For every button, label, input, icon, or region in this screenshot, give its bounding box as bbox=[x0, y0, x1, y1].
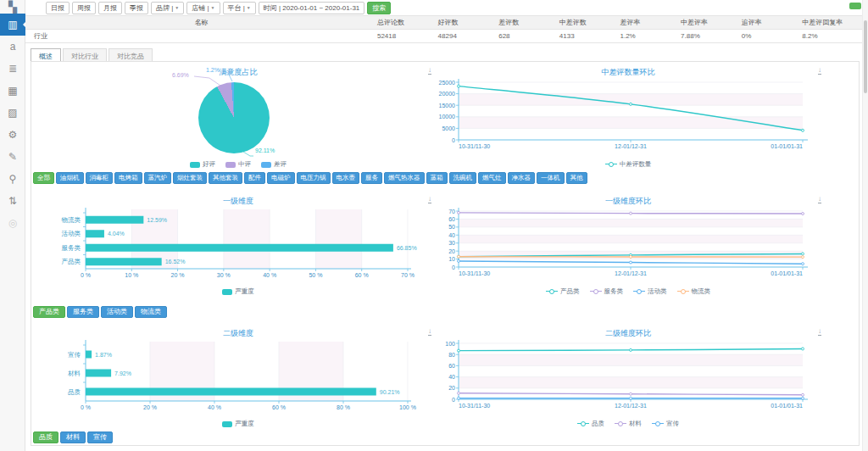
chart-legend: 品质材料宣传 bbox=[425, 420, 832, 428]
dashboard-chart-icon[interactable]: ▥ bbox=[0, 14, 25, 36]
filter-button[interactable]: 活动类 bbox=[101, 306, 133, 318]
metric-value-cell: 8.2% bbox=[802, 32, 863, 40]
filter-button[interactable]: 油烟机 bbox=[56, 172, 84, 184]
dropdown-button[interactable]: 平台 |▼ bbox=[223, 2, 256, 14]
filter-button[interactable]: 消毒柜 bbox=[86, 172, 114, 184]
svg-text:60: 60 bbox=[448, 216, 455, 222]
scrollbar-thumb[interactable] bbox=[864, 20, 867, 93]
filter-button[interactable]: 其他 bbox=[566, 172, 587, 184]
legend-item[interactable]: 品质 bbox=[577, 420, 604, 428]
filter-button[interactable]: 燃气热水器 bbox=[384, 172, 425, 184]
download-icon[interactable]: ↓ bbox=[818, 328, 821, 336]
legend-line-marker bbox=[677, 288, 689, 295]
sort-icon[interactable]: ⇅ bbox=[0, 190, 25, 212]
legend-line-marker bbox=[615, 420, 626, 427]
filter-button[interactable]: 品质 bbox=[33, 432, 58, 443]
gears-icon[interactable]: ⚙ bbox=[0, 124, 25, 146]
legend-label: 物流类 bbox=[692, 287, 711, 296]
svg-text:50: 50 bbox=[448, 224, 455, 230]
pie-graphic[interactable] bbox=[198, 82, 270, 153]
svg-text:品质: 品质 bbox=[68, 388, 81, 396]
legend-swatch bbox=[225, 162, 236, 168]
legend-line-marker bbox=[652, 420, 664, 427]
download-icon[interactable]: ↓ bbox=[818, 196, 821, 203]
pen-icon[interactable]: ✎ bbox=[0, 146, 25, 168]
svg-text:4.04%: 4.04% bbox=[108, 231, 125, 237]
legend-item[interactable]: 好评 bbox=[190, 160, 215, 169]
pie-slice-label: 1.2% bbox=[206, 67, 220, 73]
list-icon[interactable]: ≣ bbox=[0, 58, 25, 80]
period-button[interactable]: 日报 bbox=[46, 2, 70, 14]
legend-item[interactable]: 物流类 bbox=[677, 287, 711, 296]
period-button[interactable]: 月报 bbox=[98, 2, 122, 14]
svg-text:12-01/12-31: 12-01/12-31 bbox=[615, 143, 647, 149]
legend-item[interactable]: 活动类 bbox=[633, 287, 667, 296]
filter-button[interactable]: 物流类 bbox=[135, 306, 167, 318]
filter-button[interactable]: 蒸箱 bbox=[426, 172, 448, 184]
filter-button[interactable]: 蒸汽炉 bbox=[144, 172, 172, 184]
legend-item[interactable]: 严重度 bbox=[222, 287, 254, 296]
filter-button[interactable]: 电压力锅 bbox=[297, 172, 331, 184]
legend-item[interactable]: 中差评数量 bbox=[605, 160, 652, 169]
filter-button[interactable]: 燃气灶 bbox=[478, 172, 506, 184]
filter-button[interactable]: 电烤箱 bbox=[114, 172, 142, 184]
legend-swatch bbox=[222, 421, 232, 427]
filter-button[interactable]: 其他套装 bbox=[209, 172, 242, 184]
legend-label: 中差评数量 bbox=[620, 160, 652, 169]
metric-value-cell: 628 bbox=[498, 32, 559, 40]
filter-button[interactable]: 烟灶套装 bbox=[173, 172, 207, 184]
location-pin-icon[interactable]: ⚲ bbox=[0, 168, 25, 190]
filter-button[interactable]: 洗碗机 bbox=[449, 172, 477, 184]
filter-button[interactable]: 全部 bbox=[33, 172, 54, 184]
svg-text:20000: 20000 bbox=[439, 91, 456, 97]
name-column-header: 名称 bbox=[25, 18, 377, 27]
legend-item[interactable]: 产品类 bbox=[546, 287, 580, 296]
period-button[interactable]: 周报 bbox=[72, 2, 96, 14]
svg-text:1.87%: 1.87% bbox=[95, 352, 112, 358]
metric-column-header: 差评率 bbox=[620, 18, 681, 27]
legend-label: 产品类 bbox=[560, 287, 580, 296]
app-window: ▚▥a≣▦▨⚙✎⚲⇅◎ 日报周报月报季报品牌 |▼店铺 |▼平台 |▼时间 | … bbox=[0, 0, 868, 451]
legend-item[interactable]: 中评 bbox=[225, 160, 251, 169]
filter-button[interactable]: 配件 bbox=[244, 172, 265, 184]
svg-text:12-01/12-31: 12-01/12-31 bbox=[615, 270, 647, 276]
signature-a-icon[interactable]: a bbox=[0, 36, 25, 58]
filter-button[interactable]: 宣传 bbox=[87, 432, 113, 443]
svg-text:60: 60 bbox=[448, 363, 455, 369]
dropdown-button[interactable]: 品牌 |▼ bbox=[151, 2, 184, 14]
filter-button[interactable]: 一体机 bbox=[537, 172, 565, 184]
chevron-down-icon: ▼ bbox=[211, 4, 215, 12]
download-icon[interactable]: ↓ bbox=[818, 67, 821, 75]
metric-value-cell: 4133 bbox=[559, 32, 620, 40]
search-button[interactable]: 搜索 bbox=[367, 2, 391, 14]
legend-item[interactable]: 材料 bbox=[615, 420, 642, 428]
filter-button[interactable]: 材料 bbox=[60, 432, 86, 443]
chart-legend: 中差评数量 bbox=[425, 160, 832, 169]
filter-button[interactable]: 产品类 bbox=[33, 306, 65, 318]
filter-button[interactable]: 电水壶 bbox=[332, 172, 360, 184]
legend-label: 严重度 bbox=[235, 287, 254, 296]
period-button[interactable]: 季报 bbox=[125, 2, 148, 14]
image-icon[interactable]: ▨ bbox=[0, 102, 25, 124]
legend-item[interactable]: 差评 bbox=[261, 160, 287, 169]
chart-legend: 好评中评差评 bbox=[35, 160, 442, 169]
dropdown-button[interactable]: 店铺 |▼ bbox=[186, 2, 220, 14]
filter-button[interactable]: 服务类 bbox=[67, 306, 99, 318]
filter-button[interactable]: 电磁炉 bbox=[267, 172, 295, 184]
legend-item[interactable]: 宣传 bbox=[652, 420, 679, 428]
circle-icon[interactable]: ◎ bbox=[0, 212, 25, 234]
filter-button[interactable]: 服务 bbox=[361, 172, 382, 184]
top-right-button[interactable] bbox=[849, 3, 861, 9]
time-range-button[interactable]: 时间 | 2020-01-01 ~ 2020-01-31 bbox=[259, 2, 364, 14]
line-plot: 250002000015000100005000010-31/11-3012-0… bbox=[425, 75, 832, 159]
legend-item[interactable]: 严重度 bbox=[222, 420, 254, 428]
legend-item[interactable]: 服务类 bbox=[590, 287, 624, 296]
metric-column-header: 总评论数 bbox=[377, 18, 438, 27]
filter-button[interactable]: 净水器 bbox=[508, 172, 536, 184]
row-name-cell[interactable]: 行业 bbox=[25, 31, 377, 41]
legend-label: 严重度 bbox=[235, 420, 254, 428]
svg-text:01-01/01-31: 01-01/01-31 bbox=[771, 143, 803, 149]
metric-value-cell: 48294 bbox=[438, 32, 499, 40]
table-row[interactable]: 行业 524184829462841331.2%7.88%0%8.2% bbox=[25, 30, 863, 43]
calendar-icon[interactable]: ▦ bbox=[0, 80, 25, 102]
